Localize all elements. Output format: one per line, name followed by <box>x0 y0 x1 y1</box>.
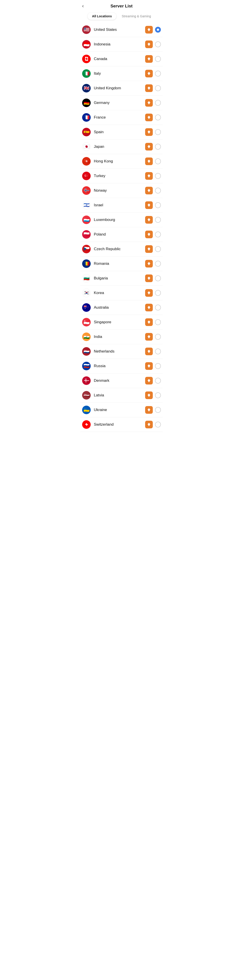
radio-lu[interactable] <box>155 217 161 223</box>
list-item[interactable]: 🇵🇱Poland <box>80 227 163 242</box>
radio-ch[interactable] <box>155 422 161 428</box>
list-item[interactable]: 🇧🇬Bulgaria <box>80 271 163 286</box>
list-item[interactable]: 🇨🇦Canada <box>80 52 163 66</box>
tab-streaming-gaming[interactable]: Streaming & Gaming <box>117 13 156 20</box>
country-name-de: Germany <box>94 100 145 105</box>
list-item[interactable]: 🇮🇩Indonesia <box>80 37 163 52</box>
tab-all-locations[interactable]: All Locations <box>87 13 116 20</box>
country-name-us: United States <box>94 27 145 32</box>
radio-bg[interactable] <box>155 275 161 281</box>
svg-marker-18 <box>148 291 150 295</box>
country-name-cz: Czech Republic <box>94 247 145 251</box>
flag-no: 🇳🇴 <box>82 186 91 195</box>
list-item[interactable]: 🇩🇰Denmark <box>80 374 163 388</box>
flag-cz: 🇨🇿 <box>82 245 91 253</box>
premium-icon-cz <box>145 245 153 253</box>
flag-ca: 🇨🇦 <box>82 55 91 63</box>
svg-marker-20 <box>148 321 150 324</box>
premium-icon-jp <box>145 143 153 151</box>
list-item[interactable]: 🇷🇴Romania <box>80 256 163 271</box>
country-name-hk: Hong Kong <box>94 159 145 164</box>
radio-kr[interactable] <box>155 290 161 296</box>
radio-au[interactable] <box>155 305 161 310</box>
list-item[interactable]: 🇯🇵Japan <box>80 140 163 154</box>
list-item[interactable]: 🇮🇹Italy <box>80 66 163 81</box>
flag-gb: 🇬🇧 <box>82 84 91 92</box>
list-item[interactable]: 🇦🇺Australia <box>80 300 163 315</box>
radio-ro[interactable] <box>155 261 161 267</box>
country-name-id: Indonesia <box>94 42 145 46</box>
list-item[interactable]: 🇫🇷France <box>80 110 163 125</box>
list-item[interactable]: 🇺🇸United States <box>80 22 163 37</box>
radio-dk[interactable] <box>155 378 161 383</box>
svg-marker-17 <box>148 277 150 280</box>
radio-nl[interactable] <box>155 348 161 354</box>
radio-hk[interactable] <box>155 158 161 164</box>
list-item[interactable]: 🇮🇱Israel <box>80 198 163 213</box>
list-item[interactable]: 🇨🇿Czech Republic <box>80 242 163 256</box>
country-name-bg: Bulgaria <box>94 276 145 280</box>
radio-il[interactable] <box>155 202 161 208</box>
list-item[interactable]: 🇪🇸Spain <box>80 125 163 140</box>
premium-icon-it <box>145 70 153 77</box>
country-name-ro: Romania <box>94 261 145 266</box>
flag-jp: 🇯🇵 <box>82 142 91 151</box>
list-item[interactable]: 🇳🇱Netherlands <box>80 344 163 359</box>
flag-tr: 🇹🇷 <box>82 172 91 180</box>
radio-de[interactable] <box>155 100 161 106</box>
premium-icon-ru <box>145 362 153 370</box>
back-button[interactable]: ‹ <box>81 2 84 10</box>
radio-in[interactable] <box>155 334 161 340</box>
list-item[interactable]: 🇨🇭Switzerland <box>80 417 163 432</box>
premium-icon-es <box>145 128 153 136</box>
list-item[interactable]: 🇰🇷Korea <box>80 286 163 300</box>
radio-ca[interactable] <box>155 56 161 62</box>
country-name-pl: Poland <box>94 232 145 237</box>
flag-de: 🇩🇪 <box>82 99 91 107</box>
premium-icon-fr <box>145 114 153 121</box>
radio-tr[interactable] <box>155 173 161 179</box>
premium-icon-hk <box>145 158 153 165</box>
list-item[interactable]: 🇸🇬Singapore <box>80 315 163 329</box>
radio-cz[interactable] <box>155 246 161 252</box>
radio-ru[interactable] <box>155 363 161 369</box>
radio-jp[interactable] <box>155 144 161 150</box>
list-item[interactable]: 🇩🇪Germany <box>80 95 163 110</box>
radio-us[interactable] <box>155 27 161 33</box>
country-name-au: Australia <box>94 305 145 310</box>
radio-pl[interactable] <box>155 232 161 237</box>
premium-icon-ch <box>145 421 153 428</box>
radio-sg[interactable] <box>155 319 161 325</box>
radio-ua[interactable] <box>155 407 161 413</box>
country-name-dk: Denmark <box>94 379 145 383</box>
radio-lv[interactable] <box>155 392 161 398</box>
flag-hk: 🇭🇰 <box>82 157 91 165</box>
list-item[interactable]: 🇮🇳India <box>80 329 163 344</box>
list-item[interactable]: 🇺🇦Ukraine <box>80 403 163 417</box>
svg-marker-13 <box>148 218 150 221</box>
list-item[interactable]: 🇹🇷Turkey <box>80 169 163 183</box>
list-item[interactable]: 🇱🇻Latvia <box>80 388 163 403</box>
radio-it[interactable] <box>155 71 161 76</box>
premium-icon-in <box>145 333 153 340</box>
radio-es[interactable] <box>155 129 161 135</box>
radio-fr[interactable] <box>155 115 161 120</box>
country-name-lu: Luxembourg <box>94 218 145 222</box>
premium-icon-lu <box>145 216 153 224</box>
radio-no[interactable] <box>155 188 161 194</box>
radio-id[interactable] <box>155 41 161 47</box>
list-item[interactable]: 🇭🇰Hong Kong <box>80 154 163 169</box>
flag-ch: 🇨🇭 <box>82 420 91 429</box>
country-name-no: Norway <box>94 188 145 193</box>
list-item[interactable]: 🇷🇺Russia <box>80 359 163 374</box>
list-item[interactable]: 🇬🇧United Kingdom <box>80 81 163 95</box>
premium-icon-bg <box>145 274 153 282</box>
list-item[interactable]: 🇱🇺Luxembourg <box>80 213 163 227</box>
flag-kr: 🇰🇷 <box>82 289 91 297</box>
svg-marker-6 <box>148 116 150 119</box>
svg-marker-19 <box>148 306 150 309</box>
premium-icon-il <box>145 201 153 209</box>
list-item[interactable]: 🇳🇴Norway <box>80 183 163 198</box>
country-name-in: India <box>94 334 145 339</box>
radio-gb[interactable] <box>155 85 161 91</box>
